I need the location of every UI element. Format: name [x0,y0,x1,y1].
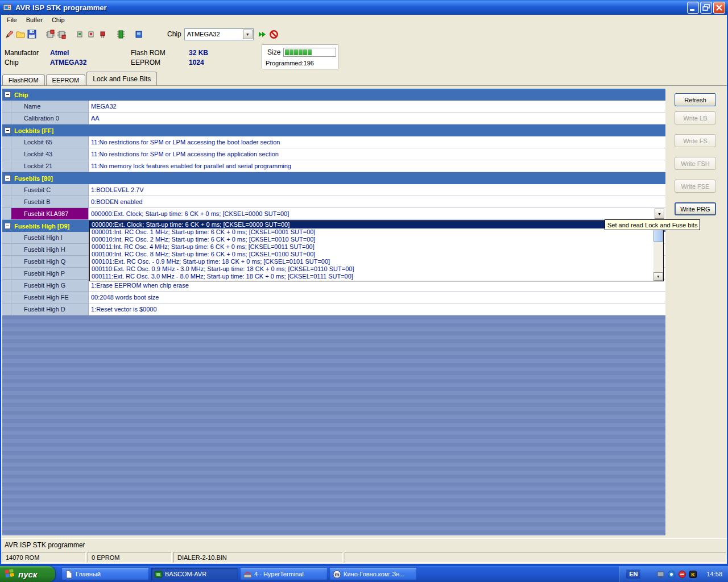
dropdown-item[interactable]: 000100:Int. RC Osc. 8 MHz; Start-up time… [90,251,653,258]
progress-segment [317,49,321,55]
row-label: Fusebit B [11,196,89,208]
save-file-icon[interactable] [26,28,38,40]
row-fusebit-high-g[interactable]: Fusebit High G1:Erase EEPROM when chip e… [2,280,665,292]
row-calibration-0[interactable]: Calibration 0AA [2,113,665,124]
scroll-thumb[interactable] [653,230,663,242]
program-flash-icon[interactable] [44,28,56,40]
start-button[interactable]: пуск [0,566,55,582]
dropdown-item[interactable]: 000101:Ext. RC Osc. - 0.9 MHz; Start-up … [90,258,653,265]
program-eeprom-icon[interactable] [56,28,67,40]
row-fusebit-high-fe[interactable]: Fusebit High FE00:2048 words boot size [2,292,665,304]
dropdown-item[interactable]: 000000:Ext. Clock; Start-up time: 6 CK +… [90,221,653,228]
cancel-icon[interactable] [268,28,280,40]
tree-cell [2,196,11,208]
minimize-button[interactable] [687,2,699,14]
task-browser[interactable]: mКино-Говно.ком: Зн... [330,568,416,580]
section-fusebits-80[interactable]: Fusebits [80] [2,172,665,184]
row-label: Lockbit 43 [11,148,89,160]
menu-buffer[interactable]: Buffer [22,15,47,24]
size-label: Size [267,48,280,56]
chip-combobox-arrow-icon[interactable]: ▼ [243,30,253,39]
task-hyperterminal[interactable]: 4 - HyperTerminal [241,568,327,580]
section-lockbits-ff[interactable]: Lockbits [FF] [2,124,665,136]
write-fs-button: Write FS [675,134,716,147]
restore-button[interactable] [700,2,712,14]
tab-flashrom[interactable]: FlashROM [2,74,45,85]
row-value[interactable]: 11:No restrictions for SPM or LPM access… [89,136,665,148]
dropdown-item[interactable]: 000110:Ext. RC Osc. 0.9 MHz - 3.0 MHz; S… [90,265,653,273]
write-lockbits-icon[interactable] [97,28,108,40]
tab-lock-and-fuse-bits[interactable]: Lock and Fuse Bits [86,72,157,85]
language-indicator[interactable]: EN [626,569,640,579]
scroll-down-icon[interactable]: ▼ [653,272,663,281]
task-doc[interactable]: Главный [62,568,148,580]
write-eeprom-icon[interactable] [85,28,97,40]
toolbar-left-icons [3,28,144,40]
chip-combobox[interactable]: ATMEGA32 ▼ [184,28,254,40]
section-chip[interactable]: Chip [2,89,665,101]
titlebar[interactable]: AVR ISP STK programmer [0,0,728,15]
tray-icon-1[interactable] [656,570,665,579]
auto-program-icon[interactable] [257,28,268,40]
tree-cell [2,280,11,292]
menu-chip[interactable]: Chip [47,15,69,24]
task-label: Кино-Говно.ком: Зн... [344,571,404,577]
section-label: Lockbits [FF] [14,127,53,134]
row-value[interactable]: 0:BODEN enabled [89,196,665,208]
row-value[interactable]: 1:BODLEVEL 2.7V [89,184,665,196]
row-value[interactable]: 1:Reset vector is $0000 [89,304,665,315]
erase-icon[interactable] [3,28,15,40]
menu-file[interactable]: File [2,15,22,24]
tray-icon-4[interactable]: K [689,570,697,579]
close-button[interactable] [713,2,725,14]
collapse-icon[interactable] [5,175,11,181]
row-value[interactable]: 11:No memory lock features enabled for p… [89,160,665,172]
open-file-icon[interactable] [15,28,26,40]
row-value[interactable]: 11:No restrictions for SPM or LPM access… [89,148,665,160]
row-label: Fusebit High I [11,232,89,244]
tray-icon-2[interactable] [667,570,676,579]
refresh-button[interactable]: Refresh [675,93,716,106]
row-fusebit-b[interactable]: Fusebit B0:BODEN enabled [2,196,665,208]
progress-segment [312,49,316,55]
progress-segment [321,49,325,55]
flashrom-label: Flash ROM [131,49,166,57]
tab-eeprom[interactable]: EEPROM [46,74,86,85]
row-lockbit-43[interactable]: Lockbit 4311:No restrictions for SPM or … [2,148,665,160]
fusebit-combo-arrow-icon[interactable]: ▼ [655,209,664,219]
taskbar: пуск ГлавныйBASCOM-AVR4 - HyperTerminalm… [0,566,728,582]
tray-icon-3[interactable] [678,570,686,579]
write-prg-button[interactable]: Write PRG [675,202,716,215]
verify-chip-icon[interactable] [115,28,126,40]
read-chip-icon[interactable] [133,28,144,40]
flashrom-value: 32 KB [189,49,208,57]
row-value[interactable]: 000000:Ext. Clock; Start-up time: 6 CK +… [89,208,665,220]
row-value[interactable]: AA [89,113,665,124]
write-fsh-button: Write FSH [675,157,716,170]
dropdown-item[interactable]: 000011:Int. RC Osc. 4 MHz; Start-up time… [90,243,653,251]
row-value-text: MEGA32 [91,103,117,110]
row-name[interactable]: NameMEGA32 [2,101,665,113]
progress-segment [285,49,289,55]
task-label: 4 - HyperTerminal [254,571,304,577]
dropdown-item[interactable]: 000111:Ext. RC Osc. 3.0 MHz - 8.0 MHz; S… [90,273,653,280]
row-fusebit-c[interactable]: Fusebit C1:BODLEVEL 2.7V [2,184,665,196]
row-value[interactable]: MEGA32 [89,101,665,113]
row-value[interactable]: 00:2048 words boot size [89,292,665,304]
row-fusebit-high-d[interactable]: Fusebit High D1:Reset vector is $0000 [2,304,665,315]
dropdown-item[interactable]: 000001:Int. RC Osc. 1 MHz; Start-up time… [90,228,653,236]
dropdown-item[interactable]: 000010:Int. RC Osc. 2 MHz; Start-up time… [90,236,653,243]
eeprom-value: 1024 [189,59,204,66]
row-lockbit-21[interactable]: Lockbit 2111:No memory lock features ena… [2,160,665,172]
tree-cell [2,232,11,244]
row-fusebit-kla987[interactable]: Fusebit KLA987000000:Ext. Clock; Start-u… [2,208,665,220]
task-bascom[interactable]: BASCOM-AVR [151,568,238,580]
section-label: Fusebits High [D9] [14,223,69,230]
row-label: Lockbit 21 [11,160,89,172]
collapse-icon[interactable] [5,223,11,229]
collapse-icon[interactable] [5,92,11,98]
row-lockbit-65[interactable]: Lockbit 6511:No restrictions for SPM or … [2,136,665,148]
collapse-icon[interactable] [5,127,11,134]
write-flash-icon[interactable] [74,28,85,40]
row-value[interactable]: 1:Erase EEPROM when chip erase [89,280,665,292]
